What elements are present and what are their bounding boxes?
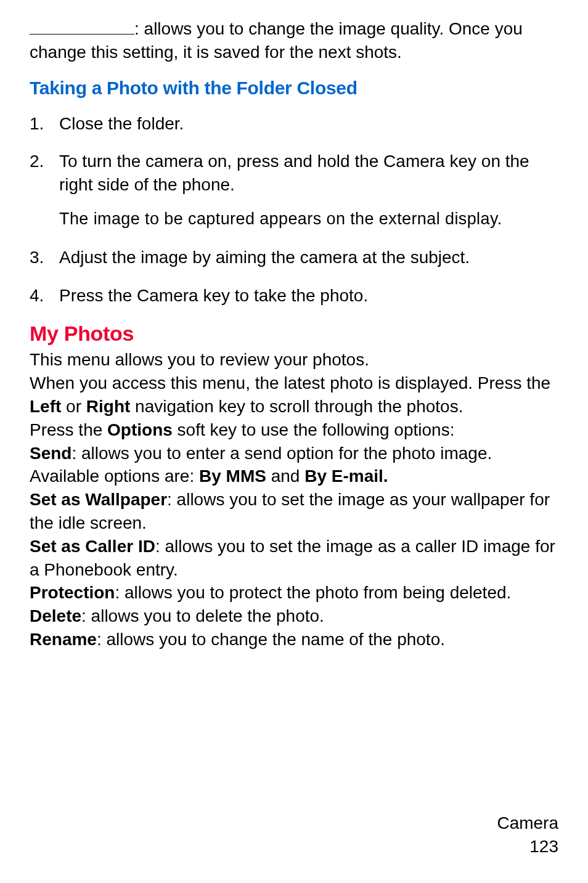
option-send: Send: allows you to enter a send option … — [30, 442, 558, 489]
option-rename: Rename: allows you to change the name of… — [30, 628, 558, 651]
heading-my-photos: My Photos — [30, 322, 558, 346]
step-4: 4. Press the Camera key to take the phot… — [30, 284, 558, 307]
myphotos-intro: This menu allows you to review your phot… — [30, 348, 558, 372]
step-text: Press the Camera key to take the photo. — [59, 284, 558, 307]
by-email-label: By E-mail. — [304, 466, 388, 486]
page-footer: Camera 123 — [497, 812, 558, 858]
text-fragment: : allows you to change the name of the p… — [97, 630, 445, 649]
myphotos-options-intro: Press the Options soft key to use the fo… — [30, 418, 558, 442]
rename-label: Rename — [30, 630, 97, 649]
text-fragment: : allows you to delete the photo. — [81, 606, 324, 625]
footer-section-name: Camera — [497, 812, 558, 835]
myphotos-nav: When you access this menu, the latest ph… — [30, 372, 558, 418]
steps-list: 1. Close the folder. 2. To turn the came… — [30, 112, 558, 307]
text-fragment: navigation key to scroll through the pho… — [130, 397, 463, 416]
callerid-label: Set as Caller ID — [30, 537, 155, 556]
option-protection: Protection: allows you to protect the ph… — [30, 581, 558, 604]
step-text: Close the folder. — [59, 112, 558, 136]
step-text: Adjust the image by aiming the camera at… — [59, 246, 558, 269]
intro-text: : allows you to change the image quality… — [30, 19, 523, 62]
step-number: 4. — [30, 284, 59, 307]
blank-field-underline — [30, 34, 134, 35]
text-fragment: : allows you to protect the photo from b… — [115, 583, 511, 602]
option-delete: Delete: allows you to delete the photo. — [30, 604, 558, 628]
text-fragment: When you access this menu, the latest ph… — [30, 373, 550, 393]
my-photos-content: This menu allows you to review your phot… — [30, 348, 558, 651]
intro-paragraph: : allows you to change the image quality… — [30, 17, 558, 64]
step-3: 3. Adjust the image by aiming the camera… — [30, 246, 558, 269]
options-softkey-label: Options — [107, 420, 173, 439]
footer-page-number: 123 — [497, 835, 558, 858]
step-number: 2. — [30, 150, 59, 230]
option-callerid: Set as Caller ID: allows you to set the … — [30, 535, 558, 582]
protection-label: Protection — [30, 583, 115, 602]
step-content: To turn the camera on, press and hold th… — [59, 150, 558, 230]
heading-taking-photo: Taking a Photo with the Folder Closed — [30, 78, 558, 99]
wallpaper-label: Set as Wallpaper — [30, 490, 167, 509]
text-fragment: or — [61, 397, 86, 416]
step-number: 1. — [30, 112, 59, 136]
text-fragment: Press the — [30, 420, 107, 439]
text-fragment: soft key to use the following options: — [173, 420, 455, 439]
option-wallpaper: Set as Wallpaper: allows you to set the … — [30, 488, 558, 535]
step-number: 3. — [30, 246, 59, 269]
send-label: Send — [30, 444, 71, 463]
delete-label: Delete — [30, 606, 81, 625]
text-fragment: and — [266, 466, 304, 486]
right-key-label: Right — [86, 397, 131, 416]
step-note: The image to be captured appears on the … — [59, 208, 558, 231]
left-key-label: Left — [30, 397, 61, 416]
step-1: 1. Close the folder. — [30, 112, 558, 136]
by-mms-label: By MMS — [199, 466, 266, 486]
step-text: To turn the camera on, press and hold th… — [59, 152, 529, 194]
step-2: 2. To turn the camera on, press and hold… — [30, 150, 558, 230]
